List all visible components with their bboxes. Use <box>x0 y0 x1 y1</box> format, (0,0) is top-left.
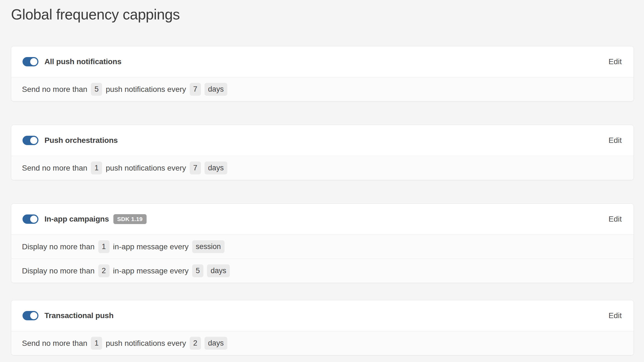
capping-enabled-toggle[interactable] <box>23 136 38 145</box>
rule-value-chip: session <box>192 240 225 253</box>
capping-title: Push orchestrations <box>44 136 118 145</box>
capping-rule-row: Display no more than1in-app message ever… <box>11 234 634 259</box>
edit-link[interactable]: Edit <box>609 311 622 320</box>
rule-value-chip: 1 <box>91 162 102 174</box>
rule-value-chip: days <box>207 264 230 277</box>
capping-card-header: All push notifications Edit <box>11 46 634 77</box>
rule-value-chip: 7 <box>190 162 201 174</box>
capping-enabled-toggle[interactable] <box>23 214 38 224</box>
capping-card-header: Transactional push Edit <box>11 300 634 331</box>
rule-text: Display no more than <box>22 242 95 251</box>
capping-card: All push notifications Edit Send no more… <box>11 46 634 101</box>
rule-value-chip: 7 <box>190 83 201 95</box>
capping-enabled-toggle[interactable] <box>23 311 38 320</box>
toggle-knob-icon <box>30 312 37 319</box>
sdk-version-badge: SDK 1.19 <box>113 214 147 224</box>
edit-link[interactable]: Edit <box>609 57 622 66</box>
rule-text: in-app message every <box>113 242 189 251</box>
capping-rule-row: Display no more than2in-app message ever… <box>11 259 634 283</box>
toggle-knob-icon <box>30 216 37 223</box>
cappings-list: All push notifications Edit Send no more… <box>11 46 634 355</box>
edit-link[interactable]: Edit <box>609 136 622 145</box>
rule-value-chip: 5 <box>91 83 102 95</box>
edit-link[interactable]: Edit <box>609 215 622 224</box>
capping-card-header: In-app campaigns SDK 1.19 Edit <box>11 204 634 234</box>
capping-card: Push orchestrations Edit Send no more th… <box>11 125 634 180</box>
capping-rule-row: Send no more than1push notifications eve… <box>11 331 634 355</box>
rule-text: Send no more than <box>22 164 87 172</box>
page-title: Global frequency cappings <box>11 6 634 23</box>
rule-value-chip: 1 <box>98 240 110 253</box>
capping-rule-row: Send no more than1push notifications eve… <box>11 156 634 180</box>
rule-text: push notifications every <box>106 164 186 172</box>
rule-value-chip: 1 <box>91 337 102 349</box>
capping-card-header: Push orchestrations Edit <box>11 125 634 156</box>
capping-rule-row: Send no more than5push notifications eve… <box>11 77 634 101</box>
capping-title: Transactional push <box>44 311 114 320</box>
rule-value-chip: 2 <box>98 264 110 277</box>
rule-value-chip: 2 <box>190 337 201 349</box>
rule-value-chip: days <box>205 83 227 95</box>
capping-title: In-app campaigns <box>44 215 109 224</box>
rule-text: push notifications every <box>106 85 186 94</box>
capping-card: Transactional push Edit Send no more tha… <box>11 300 634 355</box>
rule-text: in-app message every <box>113 267 189 275</box>
rule-text: Display no more than <box>22 267 95 275</box>
capping-card: In-app campaigns SDK 1.19 Edit Display n… <box>11 203 634 283</box>
rule-value-chip: 5 <box>192 264 203 277</box>
rule-value-chip: days <box>205 337 227 349</box>
toggle-knob-icon <box>30 58 37 65</box>
rule-text: push notifications every <box>106 339 186 348</box>
capping-enabled-toggle[interactable] <box>23 57 38 66</box>
rule-text: Send no more than <box>22 339 87 348</box>
toggle-knob-icon <box>30 137 37 144</box>
rule-text: Send no more than <box>22 85 87 94</box>
capping-title: All push notifications <box>44 57 121 66</box>
rule-value-chip: days <box>205 162 227 174</box>
global-frequency-cappings-page: Global frequency cappings All push notif… <box>0 6 644 355</box>
